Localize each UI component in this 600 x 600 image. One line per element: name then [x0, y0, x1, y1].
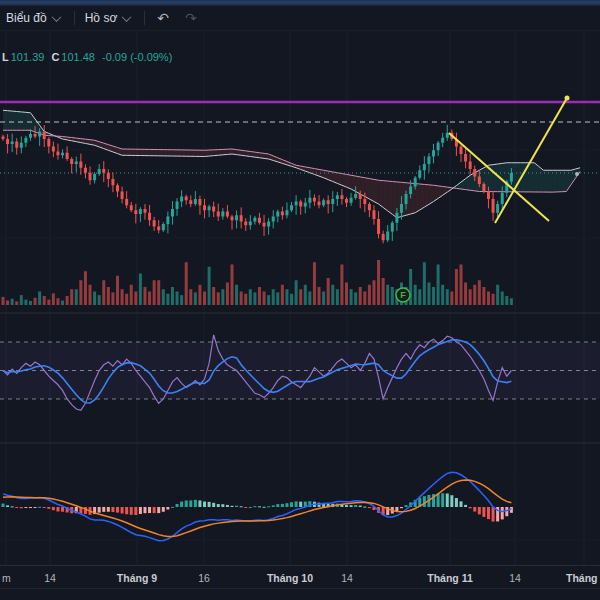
time-axis-label: Tháng 11	[427, 572, 473, 584]
legend-close-value: 101.48	[61, 51, 95, 63]
chart-canvas[interactable]: F	[0, 30, 600, 565]
macd-signal-line	[3, 480, 511, 537]
menu-profile[interactable]: Hồ sơ	[79, 6, 141, 30]
trading-app-window: Biểu đồ Hồ sơ ↶ ↷ F L101.39C101.48-0.09 …	[0, 0, 600, 600]
time-axis-label: Tháng 10	[267, 572, 313, 584]
ohlc-legend: L101.39C101.48-0.09 (-0.09%)	[2, 51, 179, 63]
last-point-marker	[575, 172, 579, 176]
candlesticks	[2, 125, 513, 244]
legend-change-value: -0.09 (-0.09%)	[102, 51, 172, 63]
time-axis-label: 14	[341, 572, 353, 584]
time-axis-label: Tháng Mư	[566, 572, 600, 584]
time-axis-label: 16	[198, 572, 210, 584]
menu-profile-label: Hồ sơ	[85, 11, 118, 25]
time-axis[interactable]: m14Tháng 916Tháng 1014Tháng 1114Tháng Mư	[0, 565, 600, 600]
undo-icon[interactable]: ↶	[149, 6, 177, 30]
volume-bars	[2, 260, 513, 305]
menu-chart-label: Biểu đồ	[6, 11, 47, 25]
svg-text:F: F	[400, 290, 406, 300]
legend-low-label: L	[2, 51, 9, 63]
menu-chart[interactable]: Biểu đồ	[0, 6, 70, 30]
macd-lines	[3, 472, 511, 540]
toolbar-divider	[74, 11, 75, 25]
toolbar-divider	[144, 11, 145, 25]
chevron-down-icon	[51, 12, 61, 22]
chart-toolbar: Biểu đồ Hồ sơ ↶ ↷	[0, 6, 600, 31]
time-axis-label: 14	[509, 572, 521, 584]
redo-icon[interactable]: ↷	[177, 6, 205, 30]
time-axis-label: Tháng 9	[117, 572, 157, 584]
macd-histogram	[2, 493, 513, 521]
legend-close-label: C	[51, 51, 59, 63]
chevron-down-icon	[122, 12, 132, 22]
axis-footer-line	[0, 588, 600, 589]
earnings-event-marker[interactable]: F	[396, 288, 410, 302]
time-axis-label: 14	[44, 572, 56, 584]
chart-area[interactable]: F L101.39C101.48-0.09 (-0.09%)	[0, 30, 600, 565]
time-axis-label: m	[2, 572, 11, 584]
legend-low-value: 101.39	[11, 51, 45, 63]
